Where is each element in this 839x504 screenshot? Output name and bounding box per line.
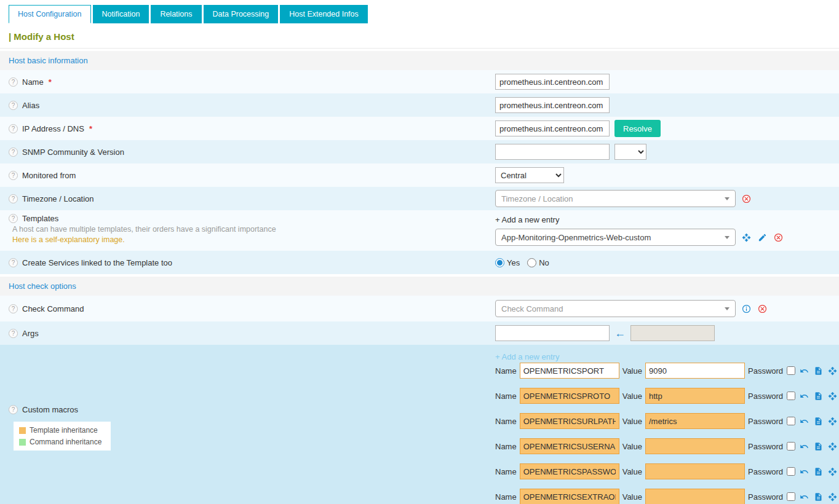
move-icon[interactable] — [827, 491, 838, 502]
macro-value-input[interactable] — [645, 363, 745, 379]
description-icon[interactable] — [813, 466, 824, 477]
args-preview-input — [630, 325, 715, 341]
name-input[interactable] — [495, 74, 610, 90]
alias-label: Alias — [22, 101, 39, 110]
macro-password-checkbox[interactable] — [787, 417, 795, 425]
macro-password-label: Password — [748, 442, 783, 451]
macro-value-input[interactable] — [645, 489, 745, 504]
macro-password-label: Password — [748, 417, 783, 426]
help-icon[interactable] — [9, 405, 18, 414]
move-icon[interactable] — [827, 415, 838, 427]
undo-icon[interactable] — [798, 365, 809, 376]
macro-name-input[interactable] — [520, 489, 619, 504]
help-icon[interactable] — [9, 329, 18, 338]
tab-bar: Host Configuration Notification Relation… — [0, 0, 839, 23]
timezone-select[interactable]: Timezone / Location — [495, 190, 736, 207]
add-macro-entry-link[interactable]: + Add a new entry — [495, 352, 839, 361]
delete-icon[interactable] — [741, 193, 752, 204]
row-name: Name * — [0, 70, 839, 93]
create-services-no-radio[interactable] — [527, 258, 536, 267]
description-icon[interactable] — [813, 365, 824, 376]
create-services-yes-radio[interactable] — [495, 258, 504, 267]
help-icon[interactable] — [9, 124, 18, 133]
resolve-button[interactable]: Resolve — [614, 120, 661, 137]
macro-password-checkbox[interactable] — [787, 392, 795, 400]
delete-icon[interactable] — [773, 232, 784, 243]
create-services-no-option[interactable]: No — [527, 258, 549, 267]
help-icon[interactable] — [9, 304, 18, 313]
help-icon[interactable] — [9, 148, 18, 157]
macro-value-input[interactable] — [645, 438, 745, 454]
templates-help-link[interactable]: Here is a self-explanatory image. — [12, 235, 125, 244]
args-label: Args — [22, 329, 39, 338]
undo-icon[interactable] — [798, 466, 809, 477]
row-timezone: Timezone / Location Timezone / Location — [0, 187, 839, 210]
custom-macros-section: Custom macros Template inheritance Comma… — [0, 345, 839, 504]
undo-icon[interactable] — [798, 491, 809, 502]
undo-icon[interactable] — [798, 441, 809, 452]
help-icon[interactable] — [9, 214, 18, 223]
macro-name-label: Name — [495, 366, 517, 376]
help-icon[interactable] — [9, 194, 18, 203]
help-icon[interactable] — [9, 258, 18, 267]
macro-name-input[interactable] — [520, 413, 619, 429]
undo-icon[interactable] — [798, 390, 809, 401]
tab-relations[interactable]: Relations — [151, 5, 201, 23]
delete-icon[interactable] — [757, 303, 768, 314]
ip-input[interactable] — [495, 120, 610, 136]
macro-value-input[interactable] — [645, 413, 745, 429]
required-mark: * — [89, 124, 92, 133]
section-host-check-options: Host check options — [0, 277, 839, 296]
args-input[interactable] — [495, 325, 610, 341]
monitored-from-label: Monitored from — [22, 171, 76, 180]
move-icon[interactable] — [827, 365, 838, 376]
help-icon[interactable] — [9, 171, 18, 180]
macro-password-label: Password — [748, 492, 783, 502]
snmp-community-input[interactable] — [495, 144, 610, 160]
tab-notification[interactable]: Notification — [93, 5, 149, 23]
move-icon[interactable] — [827, 441, 838, 452]
macro-value-input[interactable] — [645, 388, 745, 404]
template-select[interactable]: App-Monitoring-Openmetrics-Web-custom — [495, 229, 736, 246]
add-template-entry-link[interactable]: + Add a new entry — [495, 215, 559, 224]
info-icon[interactable] — [741, 303, 752, 314]
snmp-version-select[interactable] — [614, 144, 646, 160]
row-create-services: Create Services linked to the Template t… — [0, 251, 839, 274]
description-icon[interactable] — [813, 441, 824, 452]
undo-icon[interactable] — [798, 415, 809, 427]
help-icon[interactable] — [9, 77, 18, 87]
alias-input[interactable] — [495, 97, 610, 113]
macro-name-input[interactable] — [520, 388, 619, 404]
description-icon[interactable] — [813, 491, 824, 502]
create-services-yes-option[interactable]: Yes — [495, 258, 520, 267]
macro-password-label: Password — [748, 392, 783, 401]
macro-password-checkbox[interactable] — [787, 492, 795, 501]
check-command-select[interactable]: Check Command — [495, 300, 736, 317]
macro-value-input[interactable] — [645, 463, 745, 479]
macro-value-label: Value — [622, 366, 642, 376]
macro-name-input[interactable] — [520, 463, 619, 479]
move-icon[interactable] — [827, 390, 838, 401]
macro-password-checkbox[interactable] — [787, 366, 795, 375]
move-icon[interactable] — [827, 466, 838, 477]
description-icon[interactable] — [813, 415, 824, 427]
tab-host-extended-infos[interactable]: Host Extended Infos — [280, 5, 368, 23]
tab-host-configuration[interactable]: Host Configuration — [9, 5, 91, 23]
edit-icon[interactable] — [757, 232, 768, 243]
macro-name-label: Name — [495, 442, 517, 451]
legend-label: Command inheritance — [30, 438, 101, 446]
monitored-from-select[interactable]: Central — [495, 167, 564, 183]
macro-name-label: Name — [495, 417, 517, 426]
macro-row: Name Value Password — [495, 438, 839, 454]
chevron-down-icon — [725, 236, 730, 239]
macro-name-input[interactable] — [520, 363, 619, 379]
tab-data-processing[interactable]: Data Processing — [204, 5, 279, 23]
required-mark: * — [49, 77, 52, 87]
macro-name-input[interactable] — [520, 438, 619, 454]
macro-password-checkbox[interactable] — [787, 467, 795, 476]
macro-password-checkbox[interactable] — [787, 442, 795, 451]
help-icon[interactable] — [9, 101, 18, 110]
description-icon[interactable] — [813, 390, 824, 401]
template-select-value: App-Monitoring-Openmetrics-Web-custom — [501, 233, 651, 242]
move-icon[interactable] — [741, 232, 752, 243]
